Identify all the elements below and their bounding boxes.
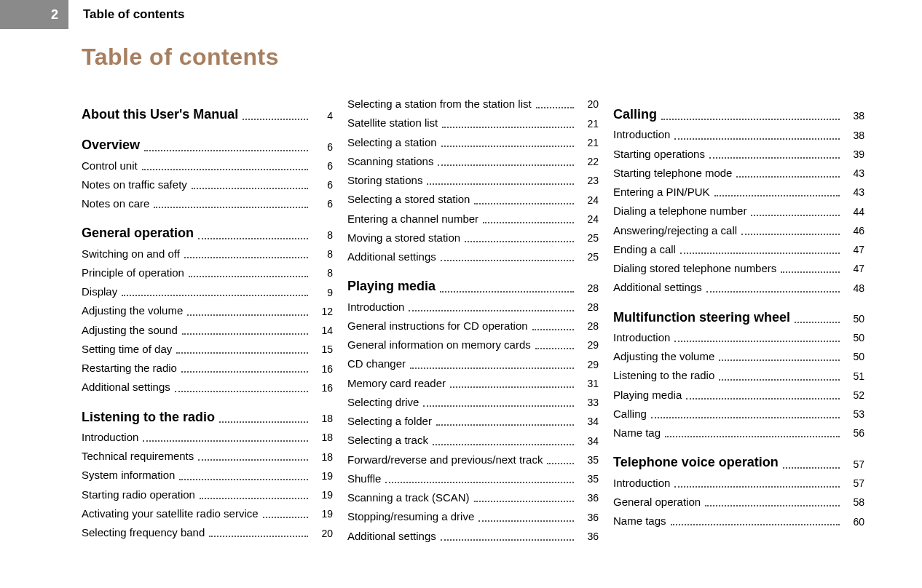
leader-dots <box>122 295 308 296</box>
toc-entry: Selecting frequency band20 <box>82 525 333 540</box>
toc-entry-label: Storing stations <box>347 173 422 188</box>
leader-dots <box>441 146 574 147</box>
leader-dots <box>263 517 308 518</box>
toc-section-heading: Calling38 <box>613 106 864 123</box>
leader-dots <box>674 341 840 342</box>
toc-entry: Introduction38 <box>613 127 864 142</box>
toc-entry: Additional settings48 <box>613 280 864 295</box>
leader-dots <box>198 238 308 239</box>
toc-page: 14 <box>312 324 333 338</box>
toc-page: 6 <box>312 159 333 173</box>
toc-section-title: Overview <box>82 136 140 154</box>
toc-page: 48 <box>844 282 864 295</box>
toc-entry: System information19 <box>82 468 333 482</box>
toc-page: 23 <box>578 174 599 188</box>
toc-entry-label: Scanning a track (SCAN) <box>347 490 470 505</box>
toc-entry-label: Control unit <box>82 159 138 173</box>
toc-section-title: About this User's Manual <box>82 106 238 123</box>
toc-entry: Memory card reader31 <box>347 376 599 391</box>
toc-page: 19 <box>312 507 333 521</box>
toc-entry: Selecting a stored station24 <box>347 192 599 207</box>
toc-page: 43 <box>844 186 864 199</box>
toc-page: 12 <box>312 305 333 319</box>
toc-entry-label: Technical requirements <box>82 449 194 464</box>
leader-dots <box>547 463 574 464</box>
leader-dots <box>536 107 574 108</box>
toc-column: About this User's Manual4Overview6Contro… <box>82 92 333 544</box>
toc-page: 4 <box>312 109 333 123</box>
toc-entry: Satellite station list21 <box>347 116 599 130</box>
toc-page: 35 <box>578 472 599 486</box>
toc-section-title: Listening to the radio <box>82 408 215 426</box>
toc-page: 53 <box>844 408 864 421</box>
toc-entry: Technical requirements18 <box>82 449 333 464</box>
leader-dots <box>181 371 308 373</box>
leader-dots <box>209 536 308 537</box>
leader-dots <box>674 138 840 140</box>
toc-entry-label: Additional settings <box>347 250 436 264</box>
toc-page: 16 <box>312 362 333 376</box>
toc-entry-label: Scanning stations <box>347 154 433 169</box>
toc-entry: Stopping/resuming a drive36 <box>347 509 599 524</box>
leader-dots <box>200 498 308 499</box>
toc-entry: Control unit6 <box>82 159 333 173</box>
toc-page: 38 <box>844 109 864 123</box>
page-number-tab: 2 <box>0 0 68 29</box>
toc-entry: Introduction28 <box>347 300 599 314</box>
leader-dots <box>409 310 574 311</box>
toc-page: 25 <box>578 231 599 245</box>
toc-page: 36 <box>578 491 599 505</box>
toc-entry-label: Entering a PIN/PUK <box>613 185 710 199</box>
toc-section-heading: General operation8 <box>82 224 333 242</box>
toc-page: 38 <box>844 129 864 143</box>
toc-entry-label: General instructions for CD operation <box>347 319 528 333</box>
leader-dots <box>433 444 574 445</box>
toc-entry-label: Adjusting the volume <box>82 303 183 318</box>
toc-section-title: Calling <box>613 106 657 123</box>
toc-page: 25 <box>578 250 599 264</box>
toc-page: 20 <box>312 527 333 541</box>
toc-entry: Selecting a station21 <box>347 135 599 150</box>
toc-page: 47 <box>844 243 864 257</box>
leader-dots <box>450 386 574 388</box>
toc-page: 16 <box>312 381 333 395</box>
toc-entry-label: Playing media <box>613 388 682 402</box>
toc-entry: General information on memory cards29 <box>347 338 599 352</box>
toc-entry-label: Name tag <box>613 426 661 440</box>
toc-entry: Introduction18 <box>82 430 333 445</box>
leader-dots <box>175 391 308 392</box>
toc-page: 33 <box>578 396 599 410</box>
toc-entry: Playing media52 <box>613 388 864 402</box>
toc-page: 6 <box>312 178 333 192</box>
toc-entry: Selecting drive33 <box>347 395 599 410</box>
toc-entry: Storing stations23 <box>347 173 599 188</box>
leader-dots <box>441 539 574 541</box>
toc-entry: Selecting a folder34 <box>347 414 599 429</box>
leader-dots <box>795 322 840 323</box>
leader-dots <box>741 234 840 235</box>
leader-dots <box>465 241 574 242</box>
toc-entry: Additional settings25 <box>347 250 599 264</box>
toc-page: 47 <box>844 262 864 276</box>
toc-entry: Activating your satellite radio service1… <box>82 506 333 521</box>
toc-entry-label: Setting time of day <box>82 342 172 357</box>
toc-section-heading: Playing media28 <box>347 277 599 295</box>
leader-dots <box>198 459 308 461</box>
toc-entry: Name tags60 <box>613 514 864 528</box>
leader-dots <box>478 520 574 522</box>
toc-entry: Adjusting the volume12 <box>82 303 333 318</box>
leader-dots <box>410 368 574 369</box>
toc-section-title: Telephone voice operation <box>613 453 779 471</box>
toc-entry-label: Notes on care <box>82 196 149 211</box>
toc-entry-label: Calling <box>613 407 647 421</box>
leader-dots <box>781 271 840 273</box>
toc-entry-label: General information on memory cards <box>347 338 531 352</box>
toc-entry: Display9 <box>82 285 333 299</box>
toc-entry: Forward/reverse and previous/next track3… <box>347 453 599 467</box>
leader-dots <box>532 329 574 330</box>
toc-page: 20 <box>578 98 599 111</box>
leader-dots <box>719 379 840 381</box>
toc-entry: Notes on traffic safety6 <box>82 178 333 192</box>
toc-page: 19 <box>312 469 333 483</box>
toc-entry: Starting radio operation19 <box>82 488 333 502</box>
